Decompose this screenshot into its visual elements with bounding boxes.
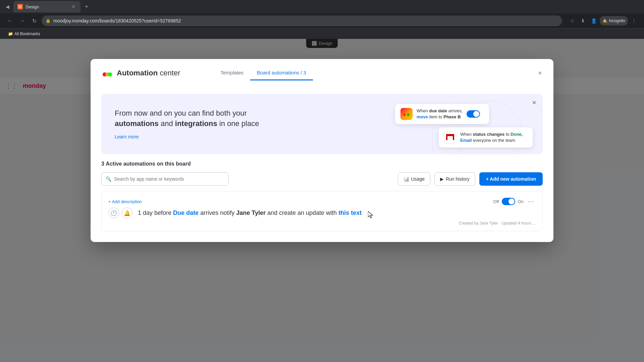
automation-card-footer: Created by Jane Tyler · Updated 4 hours …	[108, 221, 536, 226]
lock-icon: 🔒	[46, 18, 51, 23]
incognito-badge: 🕵 Incognito	[600, 16, 628, 25]
automation-card-header: + Add description Off On ⋯	[108, 197, 536, 206]
toggle-on-label: On	[518, 199, 524, 204]
add-automation-button[interactable]: + Add new automation	[479, 172, 543, 186]
tab-nav-back[interactable]: ◀	[3, 2, 12, 11]
tab-close-button[interactable]: ✕	[70, 4, 76, 10]
menu-icon[interactable]: ⋮	[629, 16, 639, 25]
banner-text: From now and on you can find both your a…	[115, 108, 259, 140]
monday-card-icon	[400, 108, 413, 120]
usage-icon: 📊	[404, 176, 409, 182]
forward-button[interactable]: →	[17, 16, 27, 25]
toggle-row: Off On ⋯	[493, 197, 536, 206]
url-text: moodjoy.monday.com/boards/1830420525?use…	[53, 18, 181, 23]
banner-card2-text: When status changes to Done, Email every…	[460, 131, 523, 143]
modal-close-button[interactable]: ×	[535, 68, 545, 78]
download-icon[interactable]: ⬇	[578, 16, 588, 25]
new-tab-button[interactable]: +	[82, 2, 91, 11]
tab-favicon: M	[17, 4, 23, 9]
banner-close-button[interactable]: ✕	[529, 98, 539, 107]
modal-header: Automation center Templates Board automa…	[91, 59, 553, 87]
banner-learn-more-link[interactable]: Learn more	[115, 134, 139, 139]
active-tab[interactable]: M Design ✕	[13, 1, 80, 12]
monday-logo-icon	[101, 67, 113, 79]
tab-board-automations[interactable]: Board automations / 3	[250, 66, 313, 80]
svg-point-6	[407, 113, 410, 116]
automation-card: + Add description Off On ⋯ 🕐 🔔	[101, 191, 543, 231]
svg-rect-7	[446, 134, 447, 140]
modal-overlay: Automation center Templates Board automa…	[0, 39, 644, 362]
gmail-card-icon	[444, 131, 456, 143]
automations-section: 3 Active automations on this board 🔍 📊 U…	[91, 161, 553, 242]
bookmarks-bar: 📁 All Bookmarks	[0, 28, 644, 39]
automation-card-body: 🕐 🔔 1 day before Due date arrives notify…	[108, 207, 536, 218]
modal-title: Automation center	[117, 69, 180, 77]
bell-icon: 🔔	[122, 207, 132, 218]
browser-chrome: ◀ M Design ✕ + ← → ↻ 🔒 moodjoy.monday.co…	[0, 0, 644, 39]
bookmarks-folder-icon: 📁	[8, 32, 13, 36]
browser-actions: ☆ ⬇ 👤 🕵 Incognito ⋮	[568, 16, 639, 25]
modal-tabs: Templates Board automations / 3	[214, 66, 543, 80]
usage-button[interactable]: 📊 Usage	[398, 172, 430, 186]
tab-bar: ◀ M Design ✕ +	[0, 0, 644, 13]
svg-point-3	[108, 72, 112, 76]
bookmark-star-icon[interactable]: ☆	[568, 16, 577, 25]
search-input[interactable]	[114, 176, 224, 182]
profile-icon[interactable]: 👤	[589, 16, 598, 25]
bookmarks-all[interactable]: 📁 All Bookmarks	[5, 30, 43, 38]
banner-card1-text: When due date arrives, move item to Phas…	[417, 108, 463, 120]
clock-icon: 🕐	[108, 207, 119, 218]
automation-more-button[interactable]: ⋯	[526, 197, 536, 206]
address-bar-row: ← → ↻ 🔒 moodjoy.monday.com/boards/183042…	[0, 13, 644, 28]
toggle-off-label: Off	[493, 199, 499, 204]
automation-description: 1 day before Due date arrives notify Jan…	[138, 208, 362, 218]
svg-rect-8	[453, 134, 454, 140]
automations-count: 3 Active automations on this board	[101, 161, 543, 167]
banner-card1-toggle[interactable]	[467, 110, 480, 118]
info-banner: From now and on you can find both your a…	[101, 94, 543, 154]
banner-card-monday: When due date arrives, move item to Phas…	[395, 104, 489, 124]
back-button[interactable]: ←	[5, 16, 15, 25]
search-icon: 🔍	[106, 176, 111, 182]
modal-body: From now and on you can find both your a…	[91, 87, 553, 242]
automation-icons: 🕐 🔔	[108, 207, 132, 218]
tab-templates[interactable]: Templates	[214, 66, 250, 80]
refresh-button[interactable]: ↻	[30, 16, 39, 25]
add-description-link[interactable]: + Add description	[108, 199, 493, 204]
search-box[interactable]: 🔍	[101, 172, 229, 186]
automations-toolbar: 🔍 📊 Usage ▶ Run history + Add new automa…	[101, 172, 543, 186]
address-bar[interactable]: 🔒 moodjoy.monday.com/boards/1830420525?u…	[42, 15, 562, 26]
automation-modal: Automation center Templates Board automa…	[91, 59, 553, 242]
run-history-button[interactable]: ▶ Run history	[434, 172, 475, 186]
automation-toggle[interactable]	[502, 198, 515, 205]
run-history-icon: ▶	[440, 176, 444, 182]
tab-title: Design	[25, 4, 39, 9]
modal-logo: Automation center	[101, 67, 180, 79]
banner-description: From now and on you can find both your a…	[115, 108, 259, 129]
banner-card-gmail: When status changes to Done, Email every…	[439, 127, 533, 147]
